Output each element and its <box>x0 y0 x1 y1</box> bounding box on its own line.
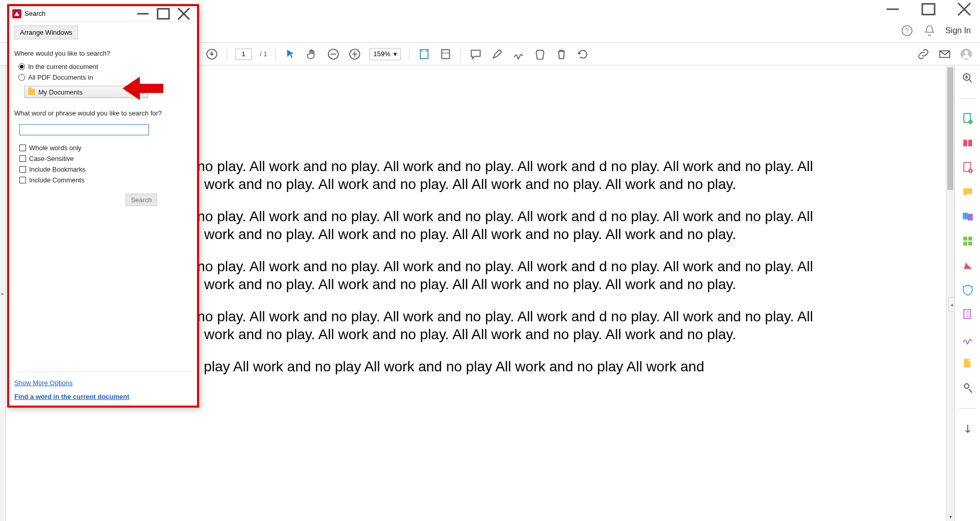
protect-icon[interactable] <box>961 283 974 297</box>
checkbox-include-comments[interactable]: Include Comments <box>19 176 192 184</box>
checkbox-icon <box>19 166 26 173</box>
combine-icon[interactable] <box>961 210 974 223</box>
comment-icon[interactable] <box>961 185 974 199</box>
search-minimize-button[interactable] <box>133 7 153 21</box>
sign-in-link[interactable]: Sign In <box>945 26 971 35</box>
show-more-options-link[interactable]: Show More Options <box>14 379 192 387</box>
radio-all-pdf[interactable]: All PDF Documents in <box>18 74 192 81</box>
fill-sign-icon[interactable] <box>961 333 974 346</box>
more-tools-icon[interactable] <box>961 382 974 395</box>
find-word-link[interactable]: Find a word in the current document <box>14 393 192 400</box>
checkbox-whole-words[interactable]: Whole words only <box>19 144 192 152</box>
checkbox-icon <box>19 177 26 183</box>
sign-icon[interactable] <box>512 48 525 61</box>
search-maximize-button[interactable] <box>153 7 174 21</box>
svg-point-10 <box>964 50 968 54</box>
checkbox-label: Whole words only <box>29 144 82 152</box>
svg-text:?: ? <box>905 27 909 34</box>
folder-select-value: My Documents <box>38 88 83 96</box>
zoom-in-icon[interactable] <box>961 72 974 85</box>
radio-current-document[interactable]: In the current document <box>18 63 192 70</box>
search-button[interactable]: Search <box>126 194 157 206</box>
save-icon[interactable] <box>205 48 218 61</box>
email-icon[interactable] <box>938 48 951 61</box>
search-body: Arrange Windows Where would you like to … <box>9 21 197 406</box>
scroll-down-icon[interactable]: ▾ <box>946 512 954 521</box>
checkbox-label: Case-Sensitive <box>29 155 74 162</box>
checkbox-icon <box>19 155 26 162</box>
folder-location-select[interactable]: My Documents ▾ <box>24 86 148 98</box>
stamp-icon[interactable] <box>533 48 547 61</box>
radio-label: All PDF Documents in <box>28 74 93 81</box>
radio-label: In the current document <box>28 63 98 70</box>
checkbox-label: Include Comments <box>29 176 84 184</box>
zoom-in-icon[interactable] <box>348 48 361 61</box>
acrobat-app-icon <box>12 9 21 18</box>
page-total-label: / 1 <box>260 50 267 58</box>
compress-icon[interactable] <box>961 308 974 321</box>
svg-point-13 <box>968 120 973 124</box>
right-panel-collapse[interactable]: ◂ <box>948 297 954 312</box>
redact-icon[interactable] <box>961 259 974 272</box>
paragraph: All work and no play All work and no pla… <box>204 358 827 375</box>
svg-rect-22 <box>963 242 967 246</box>
radio-icon <box>18 74 25 81</box>
left-panel-toggle[interactable]: ▸ <box>0 65 6 521</box>
document-content: y. All work and no play. All work and no… <box>204 157 827 390</box>
svg-rect-14 <box>963 140 967 147</box>
add-comment-icon[interactable] <box>469 48 482 61</box>
svg-rect-20 <box>963 236 967 241</box>
scrollbar-thumb[interactable] <box>947 67 953 190</box>
svg-rect-7 <box>442 50 449 58</box>
zoom-out-icon[interactable] <box>327 48 340 61</box>
main-minimize-button[interactable] <box>881 2 904 17</box>
account-icon[interactable] <box>960 48 973 61</box>
search-window-title: Search <box>24 10 45 17</box>
checkbox-label: Include Bookmarks <box>29 165 86 173</box>
zoom-value: 159% <box>373 50 390 58</box>
folder-icon <box>28 89 35 95</box>
rotate-icon[interactable] <box>576 48 590 61</box>
what-search-label: What word or phrase would you like to se… <box>14 109 192 117</box>
where-search-label: Where would you like to search? <box>14 50 192 57</box>
notifications-icon[interactable] <box>923 24 936 37</box>
search-close-button[interactable] <box>174 7 194 21</box>
chevron-down-icon: ▾ <box>394 50 397 58</box>
paragraph: y. All work and no play. All work and no… <box>204 207 827 243</box>
search-term-input[interactable] <box>19 124 149 135</box>
hand-tool-icon[interactable] <box>305 48 318 61</box>
search-window: Search Arrange Windows Where would you l… <box>7 4 199 408</box>
paragraph: y. All work and no play. All work and no… <box>204 307 827 343</box>
edit-pdf-icon[interactable] <box>961 161 974 174</box>
chevron-down-icon: ▾ <box>141 88 144 96</box>
share-link-icon[interactable] <box>917 48 930 61</box>
svg-rect-15 <box>968 140 972 147</box>
vertical-scrollbar[interactable]: ▴ ▾ <box>946 65 954 521</box>
svg-rect-0 <box>922 4 935 15</box>
checkbox-case-sensitive[interactable]: Case-Sensitive <box>19 155 192 162</box>
expand-rail-icon[interactable] <box>961 422 974 435</box>
export-pdf-icon[interactable] <box>961 112 974 125</box>
zoom-level-select[interactable]: 159%▾ <box>370 48 400 60</box>
selection-tool-icon[interactable] <box>284 48 297 61</box>
main-maximize-button[interactable] <box>917 2 940 17</box>
help-icon[interactable]: ? <box>900 24 914 37</box>
main-close-button[interactable] <box>952 2 976 17</box>
organize-icon[interactable] <box>961 234 974 248</box>
highlight-icon[interactable] <box>491 48 504 61</box>
checkbox-include-bookmarks[interactable]: Include Bookmarks <box>19 165 192 173</box>
search-titlebar[interactable]: Search <box>9 6 197 21</box>
svg-rect-21 <box>968 236 972 241</box>
arrange-windows-button[interactable]: Arrange Windows <box>14 26 78 39</box>
delete-icon[interactable] <box>555 48 568 61</box>
convert-icon[interactable] <box>961 357 974 370</box>
create-pdf-icon[interactable] <box>961 136 974 150</box>
svg-rect-26 <box>158 9 169 19</box>
svg-rect-19 <box>968 214 973 221</box>
fit-page-icon[interactable] <box>439 48 452 61</box>
radio-icon <box>18 63 25 70</box>
checkbox-icon <box>19 145 26 151</box>
page-number-input[interactable] <box>235 49 252 60</box>
fit-width-icon[interactable] <box>418 48 431 61</box>
paragraph: y. All work and no play. All work and no… <box>204 157 827 193</box>
